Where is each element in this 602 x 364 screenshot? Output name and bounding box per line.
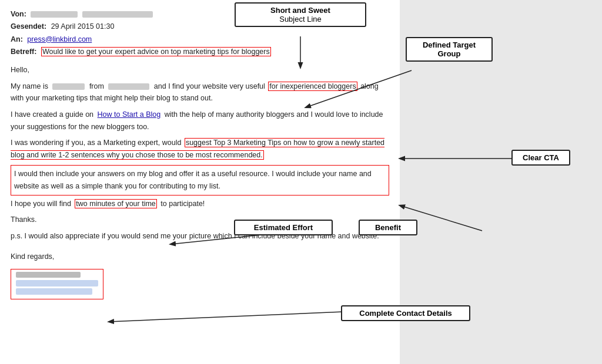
to-label: An: [11,35,23,43]
target-group-highlight: for inexperienced bloggers [268,82,357,91]
sent-value: 29 April 2015 01:30 [51,22,115,31]
annotation-benefit: Benefit [359,220,417,235]
contact-details-text: Complete Contact Details [359,309,452,318]
main-container: Von: Gesendet: 29 April 2015 01:30 An: p… [0,0,602,364]
annotation-short-subject: Short and Sweet Subject Line [235,2,366,27]
subject-highlight: Would like to get your expert advice on … [41,47,271,56]
estimated-effort-text: Estimated Effort [254,223,313,232]
short-subject-line1: Short and Sweet [270,6,330,15]
email-panel: Von: Gesendet: 29 April 2015 01:30 An: p… [0,0,400,364]
annotation-target-group: Defined TargetGroup [406,37,493,62]
para1: My name is from and I find your website … [11,80,389,105]
from-label: Von: [11,10,26,18]
contact-details [11,269,103,299]
annotation-estimated-effort: Estimated Effort [234,220,333,235]
short-subject-line2: Subject Line [279,15,322,23]
para3: I was wondering if you, as a Marketing e… [11,137,389,161]
blog-link[interactable]: How to Start a Blog [98,110,161,119]
benefit-text: Benefit [375,223,401,232]
to-email[interactable]: press@linkbird.com [27,35,92,43]
email-body: Hello, My name is from and I find your w… [11,64,389,304]
target-group-text: Defined TargetGroup [423,41,476,58]
greeting: Hello, [11,64,389,76]
para4-block: I would then include your answers on my … [11,165,389,195]
kind-regards: Kind regards, [11,251,389,263]
clear-cta-text: Clear CTA [523,153,559,162]
annotation-clear-cta: Clear CTA [511,150,570,166]
para2: I have created a guide on How to Start a… [11,109,389,133]
signature-block [11,267,389,304]
subject-value: Would like to get your expert advice on … [41,48,271,56]
sent-label: Gesendet: [11,22,46,31]
para5: I hope you will find two minutes of your… [11,198,389,210]
effort-highlight: two minutes of your time [75,199,156,208]
subject-label: Betreff: [11,48,36,56]
annotation-contact-details: Complete Contact Details [341,305,470,321]
